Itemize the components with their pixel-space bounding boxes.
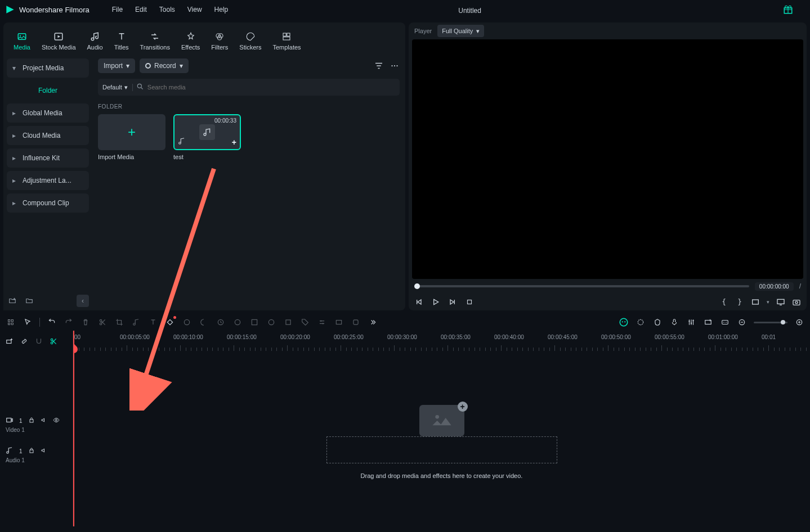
green-screen-icon[interactable] — [232, 317, 243, 327]
mute-icon[interactable] — [41, 417, 47, 425]
mark-in-icon[interactable]: { — [719, 297, 728, 306]
timeline-ruler[interactable]: 00:0000:00:05:0000:00:10:0000:00:15:0000… — [73, 331, 810, 353]
tab-transitions[interactable]: Transitions — [135, 27, 176, 55]
voiceover-icon[interactable] — [669, 317, 679, 327]
mixer-icon[interactable] — [686, 317, 696, 327]
caption-icon[interactable] — [720, 317, 730, 327]
zoom-slider[interactable] — [754, 322, 787, 323]
keyframe-icon[interactable] — [165, 317, 175, 327]
zoom-out-icon[interactable] — [737, 317, 747, 327]
add-track-icon[interactable] — [6, 317, 16, 327]
mute-icon[interactable] — [41, 447, 47, 456]
record-button[interactable]: Record▾ — [140, 58, 189, 73]
tab-templates[interactable]: Templates — [267, 27, 306, 55]
display-icon[interactable] — [776, 297, 785, 306]
bin-icon[interactable] — [24, 295, 35, 306]
tab-filters[interactable]: Filters — [205, 27, 234, 55]
sidebar-item-adjustment-layer[interactable]: ▸Adjustment La... — [7, 171, 89, 190]
gift-icon[interactable] — [783, 4, 793, 15]
search-input[interactable] — [147, 84, 395, 91]
menu-view[interactable]: View — [187, 6, 202, 13]
aspect-icon[interactable] — [751, 297, 760, 306]
magnet-icon[interactable] — [35, 337, 44, 346]
chevron-down-icon[interactable]: ▾ — [767, 299, 769, 305]
sort-dropdown[interactable]: Default▾ — [102, 84, 133, 91]
speed-icon[interactable] — [182, 317, 192, 327]
sidebar-item-influence-kit[interactable]: ▸Influence Kit — [7, 148, 89, 168]
timeline-track-headers: 1 Video 1 1 Audio 1 — [0, 331, 73, 526]
mask-icon[interactable] — [249, 317, 259, 327]
play-button[interactable] — [431, 297, 440, 306]
crop-zoom-icon[interactable] — [283, 317, 293, 327]
auto-ripple-icon[interactable] — [50, 337, 59, 346]
collapse-sidebar-button[interactable]: ‹ — [77, 295, 89, 307]
expand-tools-icon[interactable] — [368, 317, 378, 327]
tab-audio[interactable]: Audio — [82, 27, 109, 55]
tab-media[interactable]: Media — [8, 27, 36, 55]
tab-stickers[interactable]: Stickers — [234, 27, 267, 55]
speed-ramp-icon[interactable] — [216, 317, 226, 327]
menu-tools[interactable]: Tools — [159, 6, 175, 13]
scrub-bar[interactable] — [414, 285, 749, 287]
marker-icon[interactable] — [652, 317, 663, 327]
media-clip-test[interactable]: 00:00:33 + — [173, 114, 241, 150]
add-media-icon[interactable] — [703, 317, 713, 327]
timeline-tracks[interactable]: 00:0000:00:05:0000:00:10:0000:00:15:0000… — [73, 331, 810, 526]
stop-button[interactable] — [465, 297, 474, 306]
import-button[interactable]: Import▾ — [98, 58, 135, 73]
undo-icon[interactable] — [47, 317, 57, 327]
quality-dropdown[interactable]: Full Quality▾ — [437, 25, 484, 37]
menu-help[interactable]: Help — [214, 6, 229, 13]
audio-edit-icon[interactable] — [131, 317, 141, 327]
adjust-icon[interactable] — [317, 317, 327, 327]
mark-out-icon[interactable]: } — [735, 297, 744, 306]
motion-icon[interactable] — [266, 317, 276, 327]
split-icon[interactable] — [97, 317, 108, 327]
track-add-icon[interactable] — [6, 337, 15, 346]
video-track-header[interactable]: 1 Video 1 — [0, 409, 73, 440]
sidebar-item-project-media[interactable]: ▾Project Media — [7, 58, 89, 78]
tab-stock-media[interactable]: Stock Media — [36, 27, 82, 55]
sidebar-item-cloud-media[interactable]: ▸Cloud Media — [7, 126, 89, 145]
subtitle-icon[interactable] — [334, 317, 344, 327]
visibility-icon[interactable] — [53, 417, 60, 425]
svg-rect-10 — [283, 37, 290, 40]
snapshot-icon[interactable] — [792, 297, 801, 306]
filter-icon[interactable] — [374, 61, 384, 71]
render-icon[interactable] — [636, 317, 646, 327]
link-icon[interactable] — [20, 337, 29, 346]
timeline-drop-zone[interactable]: + Drag and drop media and effects here t… — [326, 421, 557, 479]
menu-edit[interactable]: Edit — [135, 6, 147, 13]
sidebar-item-folder[interactable]: Folder — [7, 81, 89, 100]
playhead[interactable] — [73, 331, 74, 526]
tab-titles[interactable]: Titles — [109, 27, 135, 55]
audio-track-header[interactable]: 1 Audio 1 — [0, 440, 73, 470]
ai-icon[interactable] — [351, 317, 361, 327]
sidebar-item-compound-clip[interactable]: ▸Compound Clip — [7, 193, 89, 213]
lock-icon[interactable] — [28, 447, 35, 456]
next-frame-button[interactable] — [448, 297, 457, 306]
ai-assistant-icon[interactable] — [619, 317, 629, 327]
tag-icon[interactable] — [300, 317, 310, 327]
color-icon[interactable] — [199, 317, 209, 327]
redo-icon[interactable] — [64, 317, 74, 327]
add-to-timeline-icon[interactable]: + — [232, 138, 236, 147]
more-icon[interactable] — [390, 61, 400, 71]
zoom-handle[interactable] — [781, 320, 785, 324]
sidebar-item-global-media[interactable]: ▸Global Media — [7, 103, 89, 123]
delete-icon[interactable] — [80, 317, 91, 327]
scrub-handle[interactable] — [414, 283, 420, 289]
zoom-in-icon[interactable] — [794, 317, 804, 327]
text-icon[interactable] — [148, 317, 158, 327]
tab-effects[interactable]: Effects — [176, 27, 205, 55]
svg-rect-16 — [468, 300, 472, 304]
select-tool-icon[interactable] — [23, 317, 33, 327]
clip-duration: 00:00:33 — [214, 118, 236, 124]
crop-icon[interactable] — [114, 317, 124, 327]
prev-frame-button[interactable] — [414, 297, 423, 306]
menu-file[interactable]: File — [112, 6, 123, 13]
new-folder-icon[interactable] — [7, 295, 18, 306]
import-media-tile[interactable]: + — [98, 114, 165, 150]
lock-icon[interactable] — [28, 417, 35, 425]
preview-canvas[interactable] — [412, 39, 803, 279]
